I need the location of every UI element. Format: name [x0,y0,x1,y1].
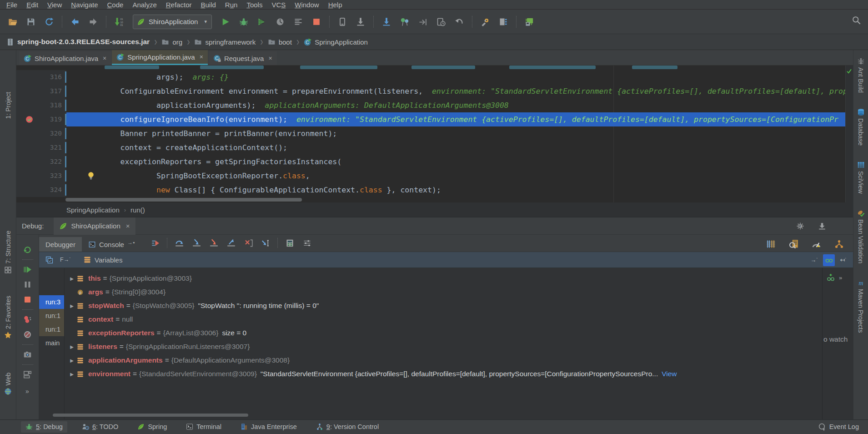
vcs-update-button[interactable] [380,15,393,29]
expand-arrow-icon[interactable]: ▶ [68,303,75,308]
run-configuration-select[interactable]: ShiroApplication▾ [133,15,212,29]
close-icon[interactable]: × [126,222,130,230]
sync-button[interactable] [42,15,56,29]
menu-item-vcs[interactable]: VCS [267,0,290,9]
variable-row[interactable]: pargs={String[0]@3004} [65,285,822,299]
editor-tab-ShiroApplication.java[interactable]: CShiroApplication.java× [19,51,111,65]
gear-button[interactable]: ▾ [793,220,805,232]
editor-gutter[interactable]: 320 [16,126,66,141]
frames-button[interactable] [44,255,54,265]
variable-row[interactable]: exceptionReporters={ArrayList@3006}size … [65,326,822,340]
menu-item-help[interactable]: Help [324,0,347,9]
vcs-history-button[interactable] [434,15,448,29]
statusbar-java-enterprise[interactable]: Java Enterprise [236,421,301,433]
variable-row[interactable]: ▶this={SpringApplication@3003} [65,272,822,285]
tool-button--project[interactable]: 1: Project [5,92,12,119]
watches-panel[interactable]: » o watch [822,268,853,419]
debug-button[interactable] [237,15,251,29]
breadcrumb-class[interactable]: SpringApplication [66,206,120,214]
attach-button[interactable] [336,15,349,29]
resume-button[interactable] [22,264,34,276]
close-icon[interactable]: × [200,53,203,61]
menu-item-navigate[interactable]: Navigate [66,0,102,9]
tool-button-maven-projects[interactable]: mMaven Projects [857,279,865,333]
back-button[interactable] [68,15,82,29]
lightbulb-icon[interactable] [86,171,95,181]
vcs-rollback-button[interactable] [452,15,466,29]
expand-arrow-icon[interactable]: ▶ [68,358,75,363]
statusbar-9-version-control[interactable]: 9: Version Control [311,421,383,433]
add-watch-icon[interactable] [826,273,835,282]
expand-arrow-icon[interactable]: ▶ [68,344,75,349]
menu-item-build[interactable]: Build [196,0,220,9]
statusbar-5-debug[interactable]: 5: Debug [21,421,67,433]
variable-row[interactable]: context=null [65,313,822,326]
project-structure-button[interactable] [497,15,510,29]
exec-point-button[interactable] [149,237,161,249]
arrow-right-button[interactable]: →˙ [808,254,820,266]
search-icon[interactable] [851,15,861,25]
menu-item-edit[interactable]: Edit [22,0,43,9]
camera-button[interactable] [22,349,34,361]
jump-to-frame-icon[interactable]: F→˙ [60,257,71,263]
editor-gutter[interactable]: 316 [16,70,66,84]
breadcrumb-method[interactable]: run() [130,206,145,214]
variable-row[interactable]: ▶listeners={SpringApplicationRunListener… [65,340,822,353]
frame-row[interactable]: main [39,336,64,350]
frame-row[interactable]: run:1 [39,309,64,323]
editor-error-stripe[interactable] [845,66,853,202]
tool-button--structure[interactable]: 7: Structure [4,231,12,273]
threads-button[interactable] [765,238,776,249]
view-breakpoints-button[interactable] [22,314,34,326]
menu-item-refactor[interactable]: Refactor [161,0,196,9]
more-icon[interactable]: » [839,274,843,281]
tab-console[interactable]: Console→▪ [82,237,141,252]
layout-button[interactable] [22,369,34,381]
tab-debugger[interactable]: Debugger [39,237,82,252]
pause-button[interactable] [22,279,34,291]
variables-horizontal-scrollbar[interactable] [53,414,248,417]
hide-button[interactable] [816,220,828,232]
variable-row[interactable]: ▶stopWatch={StopWatch@3005}"StopWatch ''… [65,299,822,313]
dump-threads-button[interactable] [291,15,305,29]
breadcrumb-item[interactable]: springframework [192,38,257,46]
menu-item-file[interactable]: File [2,0,22,9]
menu-item-code[interactable]: Code [103,0,128,9]
tool-button--favorites[interactable]: 2: Favorites [4,296,12,339]
debug-session-tab[interactable]: ShiroApplication × [54,217,135,235]
editor-tab-SpringApplication.java[interactable]: CSpringApplication.java× [112,50,208,65]
tool-button-ant-build[interactable]: Ant Build [857,57,865,93]
drop-frame-button[interactable] [242,237,254,249]
vcs-commit-button[interactable] [398,15,411,29]
editor-gutter[interactable]: 318 [16,98,66,112]
step-out-button[interactable] [225,237,237,249]
gauge-button[interactable] [811,238,822,249]
coverage-button[interactable] [255,15,269,29]
editor-gutter[interactable]: 324 [16,183,66,197]
event-log-button[interactable]: Event Log [818,423,859,431]
forward-button[interactable] [86,15,100,29]
install-button[interactable] [354,15,367,29]
frame-row[interactable]: run:1 [39,323,64,336]
editor-gutter[interactable]: 317 [16,84,66,98]
expand-arrow-icon[interactable]: ▶ [68,372,75,377]
breadcrumb-item[interactable]: spring-boot-2.0.3.RELEASE-sources.jar [5,38,151,46]
statusbar-spring[interactable]: Spring [133,421,171,433]
code-editor[interactable]: 316 args); args: {}317 ConfigurableEnvir… [16,66,853,202]
arrow-back-button[interactable]: ↤˙ [838,254,849,266]
editor-gutter[interactable]: 322 [16,155,66,169]
open-button[interactable] [6,15,20,29]
device-chip-button[interactable] [522,15,536,29]
menu-item-analyze[interactable]: Analyze [128,0,161,9]
run-to-cursor-button[interactable] [260,237,271,249]
breakpoint-icon[interactable] [25,115,34,124]
close-icon[interactable]: × [103,55,106,62]
statusbar-terminal[interactable]: Terminal [181,421,226,433]
evaluate-button[interactable] [284,237,296,249]
menu-item-run[interactable]: Run [221,0,242,9]
save-button[interactable] [24,15,38,29]
step-into-button[interactable] [191,237,202,249]
view-options-button[interactable] [301,237,313,249]
tool-button-sciview[interactable]: SciView [857,161,865,194]
variable-row[interactable]: ▶applicationArguments={DefaultApplicatio… [65,353,822,367]
